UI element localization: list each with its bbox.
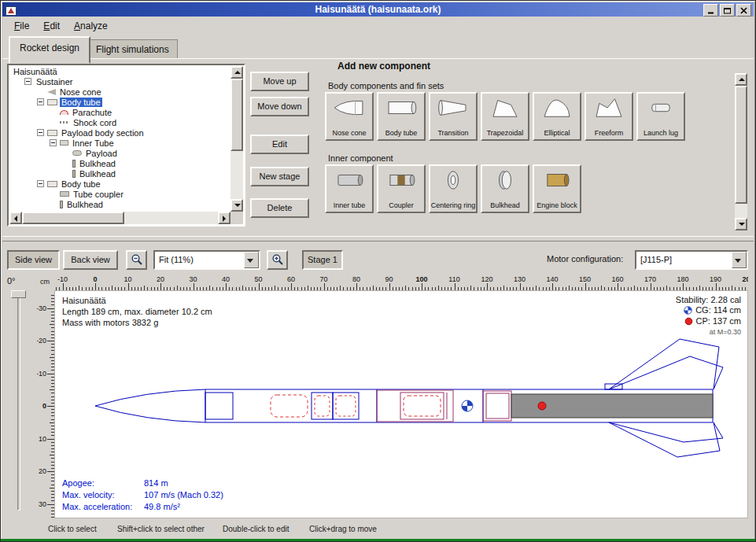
component-button-label: Freeform xyxy=(595,130,624,137)
tree-item-body-tube[interactable]: Body tube xyxy=(9,179,230,189)
ruler-label: 80 xyxy=(352,275,360,283)
add-panel-scrollbar[interactable] xyxy=(735,73,747,230)
tree-item-label: Shock cord xyxy=(72,118,118,127)
tree-item-bulkhead[interactable]: Bulkhead xyxy=(9,158,230,168)
add-centering-ring-button[interactable]: Centering ring xyxy=(429,164,478,213)
tree-horizontal-scrollbar[interactable] xyxy=(9,212,230,224)
ruler-label: -30 xyxy=(37,304,46,312)
add-inner-tube-button[interactable]: Inner tube xyxy=(325,164,374,213)
stage-1-button[interactable]: Stage 1 xyxy=(302,250,343,270)
minimize-button[interactable] xyxy=(703,4,718,17)
scroll-down-button[interactable] xyxy=(735,218,747,230)
coupler-icon xyxy=(384,168,419,192)
add-elliptical-button[interactable]: Elliptical xyxy=(533,92,581,141)
tree-expander[interactable] xyxy=(24,78,31,85)
rocket-view-canvas[interactable]: Haisunäätä Length 189 cm, max. diameter … xyxy=(54,290,748,518)
add-bulkhead-button[interactable]: Bulkhead xyxy=(481,164,529,213)
scroll-right-button[interactable] xyxy=(218,212,230,224)
tree-item-label: Body tube xyxy=(60,179,102,189)
add-transition-button[interactable]: Transition xyxy=(429,92,478,141)
close-button[interactable] xyxy=(736,4,751,17)
splitter[interactable] xyxy=(2,236,754,242)
tree-item-payload-body-section[interactable]: Payload body section xyxy=(9,127,230,138)
add-trapezoidal-button[interactable]: Trapezoidal xyxy=(481,92,529,141)
tree-expander[interactable] xyxy=(37,129,44,136)
left-arrow-icon xyxy=(14,216,17,222)
add-coupler-button[interactable]: Coupler xyxy=(377,164,426,213)
cp-marker xyxy=(538,402,546,410)
flight-stats: Apogee:814 mMax. velocity:107 m/s (Mach … xyxy=(62,478,223,514)
rotation-slider-thumb[interactable] xyxy=(11,290,26,298)
scroll-up-button[interactable] xyxy=(735,73,747,86)
tree-item-tube-coupler[interactable]: Tube coupler xyxy=(9,189,230,199)
tree-expander[interactable] xyxy=(37,98,44,105)
tree-item-parachute[interactable]: Parachute xyxy=(9,107,230,117)
add-freeform-button[interactable]: Freeform xyxy=(585,92,633,141)
ruler-label: 20 xyxy=(37,467,46,475)
tree-item-nose-cone[interactable]: Nose cone xyxy=(9,87,230,97)
tree-expander[interactable] xyxy=(37,180,44,187)
ruler-label: -10 xyxy=(57,275,68,283)
scroll-left-button[interactable] xyxy=(9,212,22,224)
flight-stat-row: Max. acceleration:49.8 m/s² xyxy=(62,502,223,514)
tree-item-sustainer[interactable]: Sustainer xyxy=(9,76,230,87)
tree-rows[interactable]: HaisunäätäSustainerNose coneBody tubePar… xyxy=(9,66,230,212)
freeform-icon xyxy=(592,96,626,120)
tree-item-label: Payload xyxy=(84,149,119,158)
scrollbar-thumb[interactable] xyxy=(735,86,747,204)
button-move-down[interactable]: Move down xyxy=(250,97,309,116)
add-body-tube-button[interactable]: Body tube xyxy=(377,92,426,141)
menu-analyze[interactable]: Analyze xyxy=(67,18,115,34)
ruler-label: 140 xyxy=(546,275,558,283)
flight-stat-label: Apogee: xyxy=(62,478,144,490)
motor-configuration-select[interactable]: [J115-P] xyxy=(635,250,748,270)
tree-item-haisun-t-[interactable]: Haisunäätä xyxy=(9,66,230,76)
back-view-button[interactable]: Back view xyxy=(63,250,118,270)
button-edit[interactable]: Edit xyxy=(250,135,309,154)
zoom-out-button[interactable] xyxy=(126,250,147,270)
scrollbar-thumb[interactable] xyxy=(230,79,243,151)
ruler-label: 150 xyxy=(579,275,591,283)
tree-item-shock-cord[interactable]: Shock cord xyxy=(9,117,230,127)
scroll-down-button[interactable] xyxy=(230,199,243,212)
bulkhead-icon xyxy=(60,201,63,208)
group-label-inner-component: Inner component xyxy=(328,153,393,163)
menu-file[interactable]: File xyxy=(7,18,36,34)
chevron-down-icon[interactable] xyxy=(732,252,747,268)
component-row-1: Inner tubeCouplerCentering ringBulkheadE… xyxy=(325,164,581,213)
cg-row: CG: 114 cm xyxy=(684,305,741,315)
add-nose-cone-button[interactable]: Nose cone xyxy=(325,92,374,141)
tree-item-inner-tube[interactable]: Inner Tube xyxy=(9,138,230,148)
chevron-down-icon[interactable] xyxy=(244,252,259,268)
ruler-label: 160 xyxy=(611,275,623,283)
tree-vertical-scrollbar[interactable] xyxy=(230,66,243,212)
flight-stat-value: 814 m xyxy=(144,478,168,490)
add-launch-lug-button[interactable]: Launch lug xyxy=(636,92,685,141)
tab-rocket-design[interactable]: Rocket design xyxy=(9,36,90,64)
ruler-label: 50 xyxy=(254,275,262,283)
tab-flight-simulations[interactable]: Flight simulations xyxy=(87,39,178,59)
maximize-button[interactable] xyxy=(720,4,735,17)
tree-item-body-tube[interactable]: Body tube xyxy=(9,97,230,107)
scrollbar-thumb[interactable] xyxy=(22,212,124,224)
tree-item-bulkhead[interactable]: Bulkhead xyxy=(9,199,230,209)
button-new-stage[interactable]: New stage xyxy=(250,167,309,186)
tree-item-label: Bulkhead xyxy=(65,200,105,209)
button-delete[interactable]: Delete xyxy=(250,198,309,218)
add-engine-block-button[interactable]: Engine block xyxy=(533,164,581,213)
menu-edit[interactable]: Edit xyxy=(36,18,67,34)
side-view-button[interactable]: Side view xyxy=(7,250,60,270)
launch-lug-icon xyxy=(644,96,678,120)
scroll-up-button[interactable] xyxy=(230,66,243,79)
bodytube-icon xyxy=(47,99,57,105)
rotation-slider-track[interactable] xyxy=(17,293,20,511)
down-arrow-icon xyxy=(739,223,745,226)
button-move-up[interactable]: Move up xyxy=(250,72,309,91)
tree-expander[interactable] xyxy=(50,139,57,146)
tree-item-label: Bulkhead xyxy=(78,159,117,168)
zoom-select[interactable]: Fit (11%) xyxy=(153,250,260,270)
ruler-label: 0 xyxy=(93,275,97,283)
tree-item-payload[interactable]: Payload xyxy=(9,148,230,158)
zoom-in-button[interactable] xyxy=(267,250,288,270)
tree-item-bulkhead[interactable]: Bulkhead xyxy=(9,168,230,179)
